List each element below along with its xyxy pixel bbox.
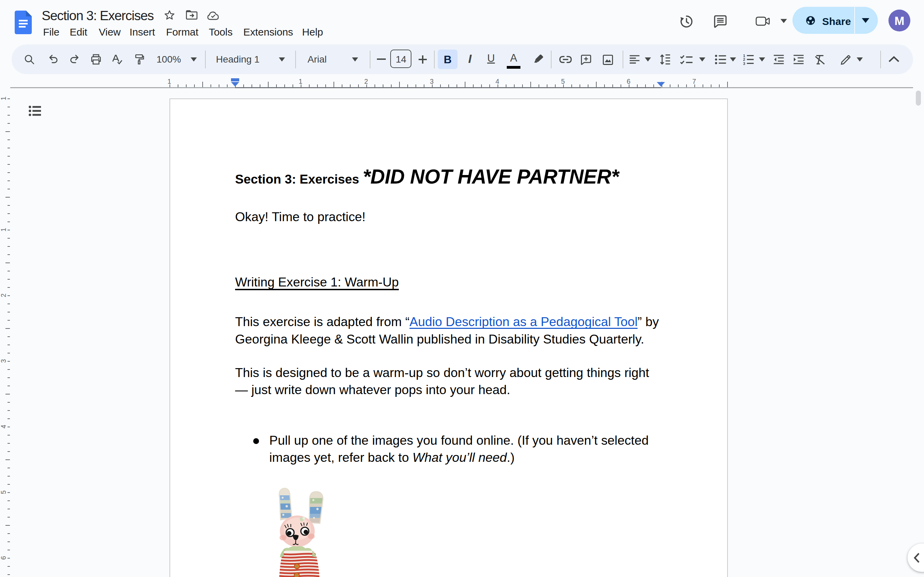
svg-text:2: 2 xyxy=(743,57,745,61)
svg-text:1: 1 xyxy=(743,54,745,58)
svg-text:3: 3 xyxy=(743,61,745,65)
